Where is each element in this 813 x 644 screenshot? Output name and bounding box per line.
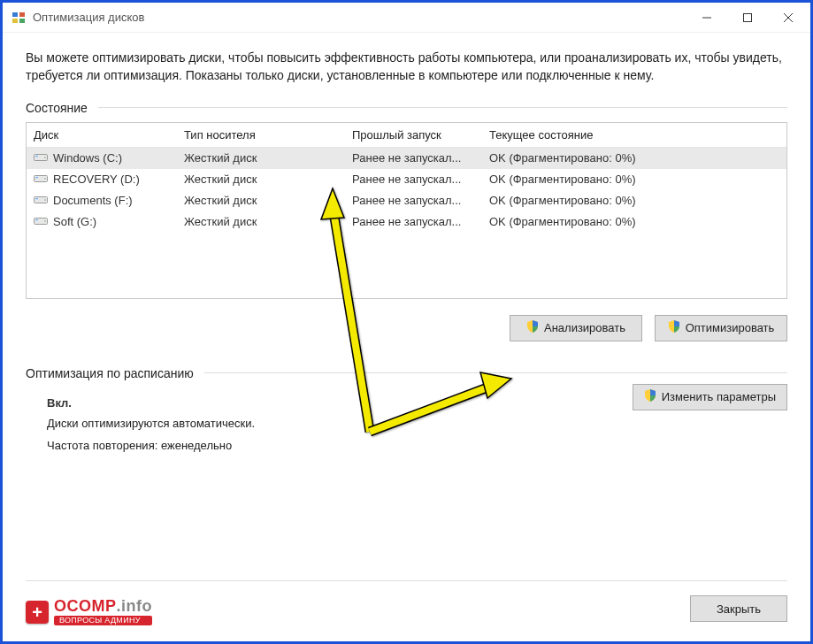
- shield-icon: [526, 320, 539, 335]
- svg-rect-3: [19, 19, 25, 23]
- disk-icon: [34, 215, 48, 228]
- last-run: Ранее не запускал...: [352, 151, 489, 165]
- svg-point-16: [44, 199, 46, 201]
- svg-point-10: [44, 157, 46, 158]
- col-disk[interactable]: Диск: [34, 128, 184, 142]
- optimize-button[interactable]: Оптимизировать: [655, 315, 787, 341]
- disk-name: Soft (G:): [53, 215, 96, 228]
- logo-sub-text: ВОПРОСЫ АДМИНУ: [54, 616, 152, 625]
- disk-icon: [34, 194, 48, 207]
- table-row[interactable]: Documents (F:)Жесткий дискРанее не запус…: [27, 190, 786, 211]
- shield-icon: [644, 389, 656, 404]
- current-status: OK (Фрагментировано: 0%): [489, 215, 779, 228]
- col-status[interactable]: Текущее состояние: [489, 128, 779, 142]
- current-status: OK (Фрагментировано: 0%): [489, 151, 779, 165]
- branding-logo: + OCOMP.info ВОПРОСЫ АДМИНУ: [26, 598, 152, 625]
- window-title: Оптимизация дисков: [33, 11, 686, 24]
- col-media[interactable]: Тип носителя: [184, 128, 352, 142]
- disk-icon: [34, 172, 48, 186]
- drives-list[interactable]: Диск Тип носителя Прошлый запуск Текущее…: [26, 122, 787, 299]
- change-settings-label: Изменить параметры: [662, 390, 776, 403]
- disk-icon: [34, 151, 48, 165]
- schedule-frequency-text: Частота повторения: еженедельно: [47, 439, 778, 452]
- table-row[interactable]: Windows (C:)Жесткий дискРанее не запуска…: [27, 148, 786, 169]
- svg-point-19: [44, 220, 46, 222]
- schedule-section-label: Оптимизация по расписанию: [26, 366, 194, 380]
- last-run: Ранее не запускал...: [352, 215, 489, 228]
- svg-rect-0: [12, 12, 18, 17]
- svg-rect-12: [35, 177, 38, 178]
- status-section-label: Состояние: [26, 101, 88, 115]
- logo-badge-icon: +: [26, 601, 49, 624]
- current-status: OK (Фрагментировано: 0%): [489, 194, 779, 207]
- svg-rect-18: [35, 219, 38, 220]
- logo-main-text: OCOMP: [54, 597, 117, 615]
- titlebar: Оптимизация дисков: [3, 3, 810, 33]
- schedule-section-header: Оптимизация по расписанию: [26, 366, 787, 380]
- close-dialog-label: Закрыть: [717, 602, 761, 616]
- svg-rect-9: [35, 156, 38, 157]
- svg-rect-2: [12, 19, 18, 23]
- last-run: Ранее не запускал...: [352, 172, 489, 186]
- disk-name: Windows (C:): [53, 151, 122, 165]
- media-type: Жесткий диск: [184, 172, 352, 186]
- svg-point-13: [44, 178, 46, 180]
- last-run: Ранее не запускал...: [352, 194, 489, 207]
- table-row[interactable]: Soft (G:)Жесткий дискРанее не запускал..…: [27, 211, 786, 233]
- analyze-button[interactable]: Анализировать: [510, 315, 642, 341]
- analyze-button-label: Анализировать: [544, 321, 625, 334]
- disk-name: Documents (F:): [53, 194, 133, 207]
- table-row[interactable]: RECOVERY (D:)Жесткий дискРанее не запуск…: [27, 169, 786, 190]
- app-icon: [12, 11, 26, 25]
- logo-suffix-text: .info: [117, 597, 153, 615]
- optimize-drives-window: Оптимизация дисков Вы можете оптимизиров…: [0, 0, 813, 644]
- media-type: Жесткий диск: [184, 151, 352, 165]
- shield-icon: [668, 320, 680, 335]
- status-section-header: Состояние: [26, 101, 787, 115]
- close-dialog-button[interactable]: Закрыть: [690, 595, 787, 622]
- svg-rect-1: [19, 12, 25, 17]
- media-type: Жесткий диск: [184, 194, 352, 207]
- schedule-auto-text: Диски оптимизируются автоматически.: [47, 417, 778, 430]
- maximize-button[interactable]: [727, 4, 768, 31]
- disk-name: RECOVERY (D:): [53, 172, 140, 186]
- col-lastrun[interactable]: Прошлый запуск: [352, 128, 489, 142]
- close-button[interactable]: [768, 4, 809, 31]
- intro-text: Вы можете оптимизировать диски, чтобы по…: [26, 49, 787, 85]
- minimize-button[interactable]: [686, 4, 727, 31]
- svg-rect-5: [744, 13, 752, 21]
- current-status: OK (Фрагментировано: 0%): [489, 172, 779, 186]
- media-type: Жесткий диск: [184, 215, 352, 228]
- drives-list-header: Диск Тип носителя Прошлый запуск Текущее…: [27, 123, 786, 148]
- svg-rect-15: [35, 198, 38, 199]
- schedule-block: Изменить параметры Вкл. Диски оптимизиру…: [26, 387, 787, 452]
- change-settings-button[interactable]: Изменить параметры: [633, 384, 787, 410]
- optimize-button-label: Оптимизировать: [686, 321, 775, 334]
